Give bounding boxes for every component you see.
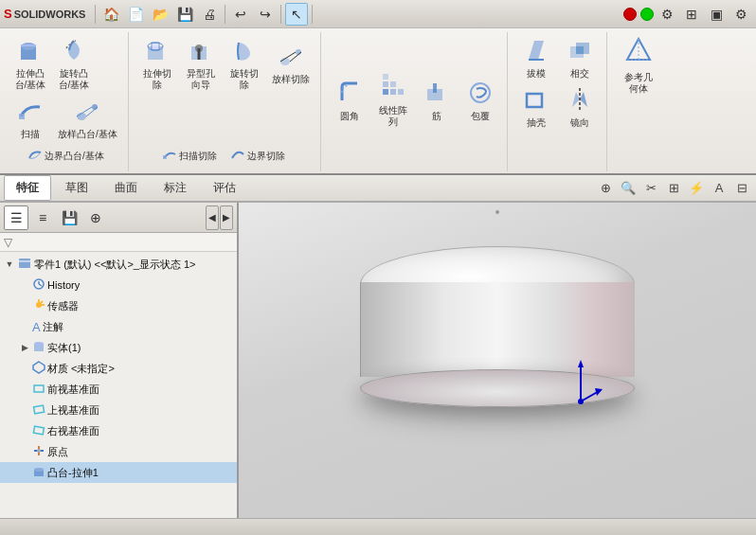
tab-features[interactable]: 特征	[4, 175, 51, 201]
tree-item-solid[interactable]: ▶ 实体(1)	[0, 337, 237, 358]
boundary-cut-button[interactable]: 边界切除	[226, 145, 293, 168]
tree-front-expand	[19, 383, 30, 395]
svg-rect-15	[383, 89, 388, 95]
linear-pattern-button[interactable]: 线性阵列	[372, 71, 414, 131]
rib-button[interactable]: 筋	[416, 77, 458, 125]
sweep-cut-button[interactable]: 扫描切除	[158, 145, 225, 168]
shell-button[interactable]: 抽壳	[515, 83, 557, 132]
sweep-button[interactable]: 扫描	[9, 95, 51, 143]
viewport[interactable]	[239, 203, 756, 518]
extrude-boss-button[interactable]: 拉伸凸台/基体	[9, 34, 51, 94]
main-area: ☰ ≡ 💾 ⊕ ◀ ▶ ▽ ▼ 零件1 (默认) <<默认>_显示状态 1>	[0, 203, 756, 518]
layout-button[interactable]: ⊞	[680, 3, 703, 26]
hole-wizard-button[interactable]: 异型孔向导	[180, 34, 222, 94]
tree-front-plane-icon	[32, 382, 45, 398]
loft-boss-label: 放样凸台/基体	[58, 129, 117, 140]
extrude-cut-button[interactable]: 拉伸切除	[136, 34, 178, 94]
tree-item-right-plane[interactable]: 右视基准面	[0, 420, 237, 441]
tree-origin-expand	[19, 446, 30, 457]
ref-geometry-button[interactable]: 参考几何体	[615, 34, 662, 98]
ribbon-row-1: 拉伸凸台/基体 旋转凸台/基体	[9, 34, 122, 94]
shell-icon	[523, 86, 549, 116]
tree-item-origin[interactable]: 原点	[0, 441, 237, 462]
panel-icon-table[interactable]: ≡	[30, 205, 55, 230]
tree-annotations-icon: A	[32, 320, 41, 334]
tree-item-history[interactable]: History	[0, 275, 237, 295]
revolve-boss-button[interactable]: 旋转凸台/基体	[53, 34, 95, 94]
filter-icon: ▽	[4, 236, 12, 249]
panel-scroll-right[interactable]: ▶	[220, 205, 233, 230]
tree-solid-expand[interactable]: ▶	[19, 342, 30, 353]
fillet-icon	[336, 80, 363, 109]
sweep-icon	[17, 98, 44, 127]
print-button[interactable]: 🖨	[198, 3, 221, 26]
top-toolbar: S SOLIDWORKS 🏠 📄 📂 💾 🖨 ↩ ↪ ↖ ⚙ ⊞ ▣ ⚙	[0, 0, 756, 28]
view-icon-search[interactable]: 🔍	[618, 178, 639, 199]
fillet-label: 圆角	[340, 111, 359, 122]
layout2-button[interactable]: ▣	[705, 3, 728, 26]
open-button[interactable]: 📂	[149, 3, 171, 26]
svg-rect-3	[19, 114, 25, 119]
tree-item-top-plane[interactable]: 上视基准面	[0, 400, 237, 420]
new-button[interactable]: 📄	[124, 3, 147, 26]
tree-item-material[interactable]: 材质 <未指定>	[0, 358, 237, 379]
boundary-boss-button[interactable]: 边界凸台/基体	[24, 145, 108, 168]
loft-boss-button[interactable]: 放样凸台/基体	[53, 95, 122, 143]
tab-sketch[interactable]: 草图	[53, 175, 100, 201]
save-button[interactable]: 💾	[173, 3, 196, 26]
svg-point-23	[471, 83, 490, 102]
view-icon-scissor[interactable]: ✂	[640, 178, 661, 199]
tab-evaluate[interactable]: 评估	[201, 175, 248, 201]
panel-scroll-left[interactable]: ◀	[206, 205, 219, 230]
svg-rect-27	[576, 46, 584, 54]
view-icon-lightning[interactable]: ⚡	[686, 178, 707, 199]
panel-icon-target[interactable]: ⊕	[83, 205, 108, 230]
tree-root[interactable]: ▼ 零件1 (默认) <<默认>_显示状态 1>	[0, 254, 237, 275]
separator	[95, 5, 96, 24]
tree-sensors-expand	[19, 300, 30, 312]
wrap-button[interactable]: 包覆	[459, 77, 501, 125]
tree-item-extrude1[interactable]: 凸台-拉伸1	[0, 462, 237, 483]
ref-geometry-icon	[623, 37, 654, 70]
svg-rect-20	[383, 74, 388, 80]
svg-line-38	[39, 284, 42, 286]
panel-icon-save[interactable]: 💾	[57, 205, 81, 230]
tree-item-front-plane[interactable]: 前视基准面	[0, 379, 237, 400]
panel-icons: ☰ ≡ 💾 ⊕ ◀ ▶	[0, 203, 237, 233]
tab-surface[interactable]: 曲面	[102, 175, 150, 201]
redo-button[interactable]: ↪	[254, 3, 277, 26]
home-button[interactable]: 🏠	[99, 3, 122, 26]
tree-item-annotations[interactable]: A 注解	[0, 316, 237, 337]
loft-cut-label: 放样切除	[272, 74, 310, 85]
tree-right-plane-icon	[32, 423, 45, 439]
wrap-label: 包覆	[471, 111, 490, 122]
tree-item-sensors[interactable]: 传感器	[0, 295, 237, 316]
loft-cut-button[interactable]: 放样切除	[267, 40, 315, 88]
svg-marker-31	[627, 39, 650, 60]
options-button[interactable]: ⚙	[656, 3, 678, 26]
view-icon-target[interactable]: ⊕	[595, 178, 616, 199]
view-icon-text[interactable]: A	[709, 178, 729, 199]
ops-row-2: 抽壳 镜向	[515, 83, 601, 132]
logo-sw: S	[4, 7, 12, 21]
select-button[interactable]: ↖	[285, 3, 308, 26]
mirror-label: 镜向	[570, 117, 589, 129]
tab-annotation[interactable]: 标注	[152, 175, 199, 201]
svg-point-53	[34, 468, 44, 472]
mirror-button[interactable]: 镜向	[559, 83, 601, 132]
svg-point-44	[34, 342, 44, 346]
settings-button[interactable]: ⚙	[729, 3, 752, 26]
ribbon-big-group-2: 拉伸切除 异型孔向导 旋转切除	[136, 34, 315, 143]
tree-root-expand[interactable]: ▼	[4, 259, 15, 270]
fillet-button[interactable]: 圆角	[329, 77, 370, 125]
view-icon-minus[interactable]: ⊟	[731, 178, 752, 199]
draft-button[interactable]: 拔模	[515, 34, 557, 82]
extrude-cut-label: 拉伸切除	[143, 68, 171, 91]
loft-cut-icon	[278, 43, 304, 72]
panel-icon-list[interactable]: ☰	[4, 205, 28, 230]
view-icon-grid[interactable]: ⊞	[663, 178, 684, 199]
undo-button[interactable]: ↩	[229, 3, 252, 26]
revolve-cut-button[interactable]: 旋转切除	[224, 34, 265, 94]
intersect-button[interactable]: 相交	[559, 34, 601, 82]
rib-label: 筋	[432, 111, 441, 122]
